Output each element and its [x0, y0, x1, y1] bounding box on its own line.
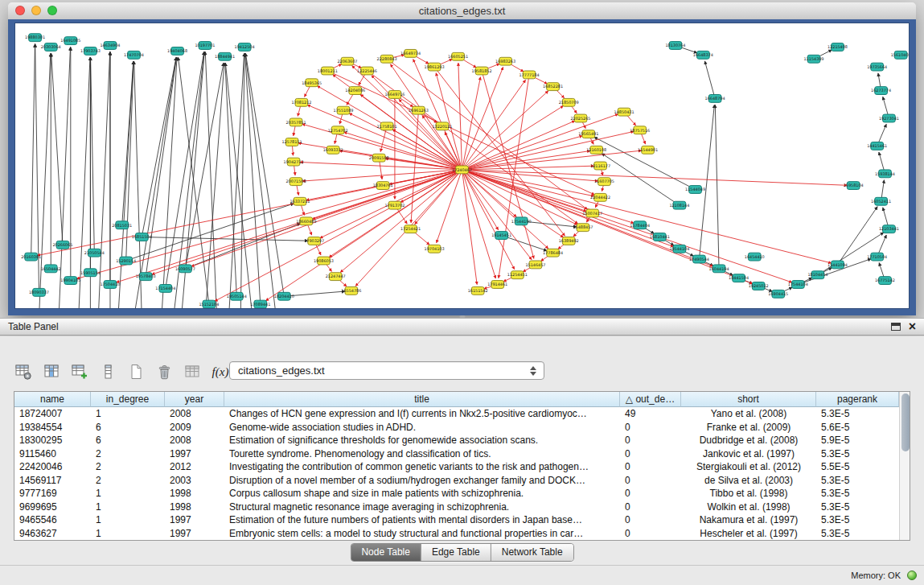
column-chooser-icon[interactable] [41, 361, 62, 382]
graph-node[interactable]: 12578151 [282, 138, 302, 146]
table-cell[interactable]: 1998 [165, 501, 224, 514]
table-row[interactable]: 977716911998Corpus callosum shape and si… [14, 487, 899, 501]
table-cell[interactable]: Structural magnetic resonance image aver… [224, 501, 620, 514]
graph-edge[interactable] [462, 170, 478, 285]
graph-node[interactable]: 16554786 [341, 286, 361, 295]
graph-node[interactable]: 19578403 [136, 273, 156, 281]
graph-edge[interactable] [225, 63, 236, 296]
table-cell[interactable]: 5.5E-5 [816, 460, 899, 474]
graph-node[interactable]: 16052411 [871, 197, 891, 205]
graph-node[interactable]: 18304761 [373, 182, 393, 190]
graph-node[interactable]: 17786484 [543, 249, 563, 257]
table-cell[interactable]: 6 [91, 434, 165, 447]
graph-edge[interactable] [225, 63, 253, 308]
table-cell[interactable]: 2 [91, 474, 165, 488]
tab-edge-table[interactable]: Edge Table [421, 544, 491, 561]
graph-node[interactable]: 12215408 [827, 43, 848, 51]
graph-node[interactable]: 15958104 [844, 182, 864, 190]
graph-node[interactable]: 17544190 [511, 217, 532, 225]
graph-edge[interactable] [240, 53, 244, 308]
graph-node[interactable]: 19735664 [867, 63, 887, 71]
table-cell[interactable]: 1997 [165, 527, 224, 541]
graph-node[interactable]: 19544104 [669, 245, 689, 253]
table-row[interactable]: 1830029562008Estimation of significance … [14, 434, 899, 447]
table-cell[interactable]: Stergiakouli et al. (2012) [681, 460, 816, 474]
import-table-icon[interactable] [69, 361, 90, 382]
graph-node[interactable]: 19704103 [425, 245, 445, 253]
table-cell[interactable]: 22420046 [14, 460, 91, 474]
graph-node[interactable]: 11607705 [594, 178, 614, 186]
graph-node[interactable]: 16273774 [871, 87, 891, 95]
graph-node[interactable]: 14415461 [867, 142, 887, 150]
graph-node[interactable]: 19273041 [879, 114, 899, 122]
table-cell[interactable]: 1997 [165, 513, 224, 527]
column-header-1[interactable]: in_degree [91, 392, 165, 407]
table-cell[interactable]: 0 [620, 421, 681, 435]
table-cell[interactable]: Jankovic et al. (1997) [681, 447, 816, 461]
graph-node[interactable]: 12116177 [590, 162, 610, 170]
table-cell[interactable]: 2012 [165, 460, 224, 474]
graph-node[interactable]: 20815031 [112, 221, 132, 229]
table-cell[interactable]: Hescheler et al. (1997) [681, 527, 816, 541]
graph-node[interactable]: 15938144 [875, 170, 895, 178]
table-cell[interactable]: 1 [91, 513, 165, 527]
graph-node[interactable]: 18495365 [302, 79, 322, 87]
graph-node[interactable]: 15905154 [80, 269, 101, 277]
close-window-icon[interactable] [15, 6, 25, 15]
tab-node-table[interactable]: Node Table [351, 544, 421, 561]
table-cell[interactable]: 6 [91, 421, 165, 435]
graph-node[interactable]: 19904105 [60, 277, 80, 285]
table-cell[interactable]: Franke et al. (2009) [681, 421, 816, 435]
graph-node[interactable]: 18844941 [215, 52, 235, 60]
graph-node[interactable]: 21850709 [559, 98, 579, 106]
table-cell[interactable]: de Silva et al. (2003) [681, 474, 816, 488]
graph-node[interactable]: 14204086 [345, 87, 365, 95]
column-header-4[interactable]: △ out_de… [620, 392, 681, 407]
table-cell[interactable]: 9699695 [14, 501, 91, 514]
table-scrollbar[interactable] [899, 392, 910, 540]
graph-edge[interactable] [142, 57, 176, 237]
zoom-window-icon[interactable] [47, 6, 57, 15]
table-cell[interactable]: 1 [91, 527, 165, 541]
graph-node[interactable]: 19880301 [25, 34, 45, 42]
table-row[interactable]: 1456911722003Disruption of a novel membe… [14, 474, 899, 488]
graph-node[interactable]: 19145451 [491, 232, 511, 240]
graph-node[interactable]: 16044194 [709, 265, 729, 273]
graph-node[interactable]: 15610408 [891, 51, 909, 59]
table-cell[interactable]: 1998 [165, 487, 224, 501]
graph-node[interactable]: 17903297 [304, 237, 324, 245]
graph-node[interactable]: 19042712 [284, 158, 304, 166]
table-cell[interactable]: Dudbridge et al. (2008) [681, 434, 816, 447]
graph-node[interactable]: 16504442 [41, 265, 61, 273]
table-cell[interactable]: Changes of HCN gene expression and I(f) … [224, 407, 620, 421]
table-row[interactable]: 1938455462009Genome-wide association stu… [14, 421, 899, 435]
minimize-window-icon[interactable] [31, 6, 41, 15]
table-cell[interactable]: 5.3E-5 [816, 527, 899, 541]
table-cell[interactable]: 18724007 [14, 407, 91, 421]
graph-node[interactable]: 17154404 [155, 285, 175, 293]
table-cell[interactable]: 5.3E-5 [816, 513, 899, 527]
table-cell[interactable]: 1997 [165, 447, 224, 461]
graph-node[interactable]: 16852281 [543, 83, 563, 91]
table-cell[interactable]: 18300295 [14, 434, 91, 447]
graph-node[interactable]: 10197701 [195, 42, 215, 50]
table-cell[interactable]: 5.3E-5 [816, 447, 899, 461]
new-document-icon[interactable] [125, 361, 146, 382]
table-cell[interactable]: 9115460 [14, 447, 91, 461]
graph-edge[interactable] [502, 236, 547, 251]
table-cell[interactable]: Tibbo et al. (1998) [681, 487, 816, 501]
graph-edge[interactable] [142, 237, 307, 241]
graph-edge[interactable] [715, 105, 719, 269]
graph-edge[interactable] [482, 71, 534, 258]
graph-node[interactable]: 11154399 [804, 55, 824, 63]
function-builder-button[interactable]: f(x) [210, 361, 231, 382]
graph-node[interactable]: 17470704 [124, 51, 144, 59]
graph-node[interactable]: 16648374 [693, 51, 713, 59]
table-cell[interactable]: 2003 [165, 474, 224, 488]
graph-node[interactable]: 20091508 [369, 154, 389, 162]
table-cell[interactable]: 0 [620, 501, 681, 514]
graph-node[interactable]: 18090337 [29, 288, 49, 296]
graph-node[interactable]: 20303064 [41, 43, 61, 51]
graph-node[interactable]: 16904415 [768, 290, 788, 298]
graph-edge[interactable] [462, 170, 792, 282]
